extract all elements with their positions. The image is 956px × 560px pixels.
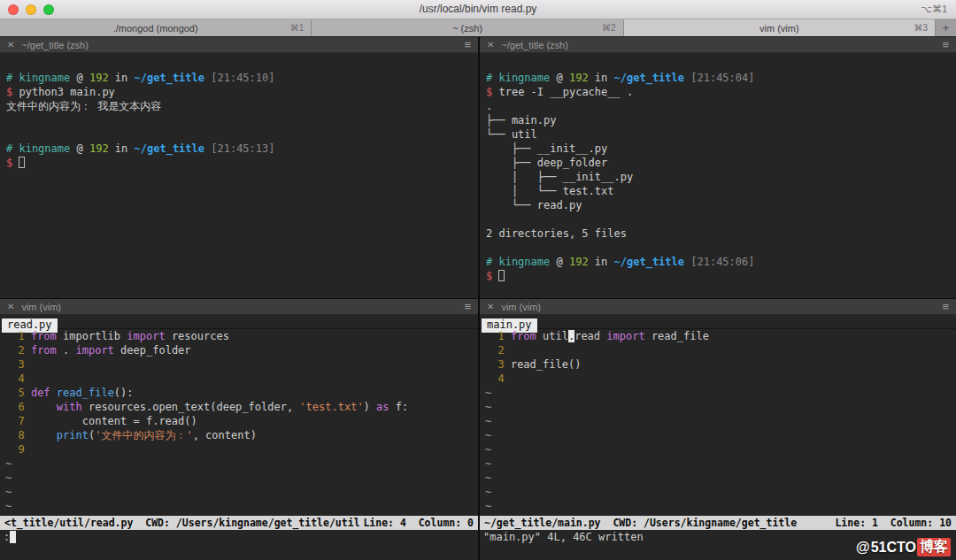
watermark: @51CTO博客: [856, 538, 951, 556]
terminal-line: 2 from . import deep_folder: [5, 343, 478, 357]
terminal-line: 2 directories, 5 files: [486, 226, 956, 241]
terminal-line: ├── __init__.py: [486, 142, 956, 156]
pane-menu-icon[interactable]: ≡: [464, 303, 471, 311]
terminal-line: .: [486, 99, 956, 113]
vim-tabline: read.py: [0, 315, 478, 329]
terminal-line: ~: [485, 471, 956, 485]
cursor: [498, 270, 505, 281]
traffic-lights: [0, 4, 54, 15]
terminal-line: [486, 241, 956, 255]
terminal-line: $ tree -I __pycache__ .: [486, 85, 956, 99]
window-title: /usr/local/bin/vim read.py: [0, 0, 956, 19]
terminal-line: 3 read_file(): [485, 357, 956, 372]
pane-top-left: ✕ ~/get_title (zsh) ≡ # kingname @ 192 i…: [0, 37, 478, 298]
iterm-window: /usr/local/bin/vim read.py ⌥⌘1 ./mongod …: [0, 0, 956, 560]
tab-label: ./mongod (mongod): [113, 23, 198, 34]
cursor: [10, 531, 16, 543]
terminal-line: [486, 57, 956, 71]
terminal-output[interactable]: # kingname @ 192 in ~/get_title [21:45:1…: [0, 53, 478, 298]
tab-shortcut: ⌘3: [914, 23, 928, 33]
pane-title: vim (vim): [21, 302, 61, 312]
vim-statusline: ~/get_title/main.py CWD: /Users/kingname…: [480, 516, 956, 530]
pane-menu-icon[interactable]: ≡: [464, 41, 471, 50]
terminal-line: ~: [485, 386, 956, 400]
terminal-line: # kingname @ 192 in ~/get_title [21:45:0…: [486, 71, 956, 85]
watermark-brand: 51CTO: [871, 540, 916, 556]
terminal-line: └── read.py: [486, 198, 956, 212]
vim-status-file: ~/get_title/main.py CWD: /Users/kingname…: [484, 516, 797, 530]
vim-status-position: Line: 4 Column: 0: [363, 516, 474, 530]
vim-spacer: [0, 544, 478, 560]
vim-status-position: Line: 1 Column: 10: [835, 516, 952, 530]
terminal-line: ├── deep_folder: [486, 156, 956, 170]
terminal-line: [6, 113, 478, 127]
terminal-line: ├── main.py: [486, 113, 956, 127]
terminal-line: 6 with resources.open_text(deep_folder, …: [5, 400, 478, 414]
close-window-button[interactable]: [8, 4, 19, 15]
terminal-line: :: [4, 530, 478, 544]
tab-shortcut: ⌘1: [290, 23, 305, 33]
terminal-line: # kingname @ 192 in ~/get_title [21:45:1…: [6, 142, 478, 156]
terminal-line: $: [486, 269, 956, 283]
minimize-window-button[interactable]: [26, 4, 36, 15]
tab-list: ./mongod (mongod)⌘1~ (zsh)⌘2vim (vim)⌘3: [0, 19, 936, 36]
terminal-line: 9: [5, 442, 478, 456]
zoom-window-button[interactable]: [43, 4, 54, 15]
terminal-line: # kingname @ 192 in ~/get_title [21:45:1…: [6, 71, 478, 85]
pane-menu-icon[interactable]: ≡: [942, 303, 949, 311]
pane-titlebar: ✕ ~/get_title (zsh) ≡: [480, 37, 956, 53]
tab-shortcut: ⌘2: [602, 23, 616, 33]
terminal-line: [6, 57, 478, 71]
pane-bottom-left: ✕ vim (vim) ≡ read.py 1 from importlib i…: [0, 298, 478, 560]
terminal-line: 5 def read_file():: [5, 386, 478, 400]
vim-status-file: <t_title/util/read.py CWD: /Users/kingna…: [4, 516, 360, 530]
terminal-output[interactable]: # kingname @ 192 in ~/get_title [21:45:0…: [480, 53, 956, 298]
terminal-line: [6, 127, 478, 142]
new-tab-button[interactable]: +: [936, 19, 956, 36]
pane-titlebar: ✕ vim (vim) ≡: [480, 299, 956, 315]
close-pane-icon[interactable]: ✕: [487, 40, 494, 50]
terminal-line: 4: [5, 372, 478, 386]
terminal-line: ~: [5, 471, 478, 485]
vim-statusline: <t_title/util/read.py CWD: /Users/kingna…: [0, 516, 478, 530]
tab-bar: ./mongod (mongod)⌘1~ (zsh)⌘2vim (vim)⌘3 …: [0, 19, 956, 37]
terminal-line: │ ├── __init__.py: [486, 170, 956, 184]
terminal-line: ~: [5, 485, 478, 499]
terminal-line: [486, 212, 956, 226]
terminal-line: └── util: [486, 127, 956, 142]
vim-buffer[interactable]: 1 from util.read import read_file 2 3 re…: [480, 329, 956, 516]
terminal-tab[interactable]: vim (vim)⌘3: [624, 19, 936, 36]
pane-titlebar: ✕ vim (vim) ≡: [0, 299, 478, 315]
terminal-line: 4: [485, 372, 956, 386]
terminal-line: 2: [485, 343, 956, 357]
window-shortcut: ⌥⌘1: [921, 4, 956, 15]
pane-titlebar: ✕ ~/get_title (zsh) ≡: [0, 37, 478, 53]
split-panes: ✕ ~/get_title (zsh) ≡ # kingname @ 192 i…: [0, 37, 956, 560]
watermark-suffix: 博客: [917, 538, 951, 556]
terminal-line: ~: [485, 485, 956, 499]
terminal-line: 文件中的内容为： 我是文本内容: [6, 99, 478, 113]
close-pane-icon[interactable]: ✕: [7, 302, 14, 311]
vim-tabline: main.py: [480, 315, 956, 329]
terminal-line: 1 from util.read import read_file: [485, 329, 956, 343]
terminal-tab[interactable]: ./mongod (mongod)⌘1: [0, 19, 312, 36]
pane-menu-icon[interactable]: ≡: [942, 41, 949, 50]
terminal-tab[interactable]: ~ (zsh)⌘2: [312, 19, 623, 36]
terminal-line: 7 content = f.read(): [5, 414, 478, 428]
pane-title: ~/get_title (zsh): [501, 40, 568, 50]
tab-label: vim (vim): [759, 23, 799, 34]
pane-bottom-right: ✕ vim (vim) ≡ main.py 1 from util.read i…: [478, 298, 956, 560]
terminal-line: 8 print('文件中的内容为：', content): [5, 428, 478, 442]
close-pane-icon[interactable]: ✕: [487, 302, 494, 311]
tab-label: ~ (zsh): [452, 23, 482, 34]
terminal-line: $ python3 main.py: [6, 85, 478, 99]
vim-buffer[interactable]: 1 from importlib import resources 2 from…: [0, 329, 478, 516]
terminal-line: ~: [485, 400, 956, 414]
close-pane-icon[interactable]: ✕: [7, 40, 14, 50]
terminal-line: 1 from importlib import resources: [5, 329, 478, 343]
watermark-at: @: [856, 540, 870, 556]
cursor: [19, 157, 25, 168]
terminal-line: ~: [5, 499, 478, 513]
window-titlebar[interactable]: /usr/local/bin/vim read.py ⌥⌘1: [0, 0, 956, 19]
vim-cmdline[interactable]: :: [0, 530, 478, 544]
